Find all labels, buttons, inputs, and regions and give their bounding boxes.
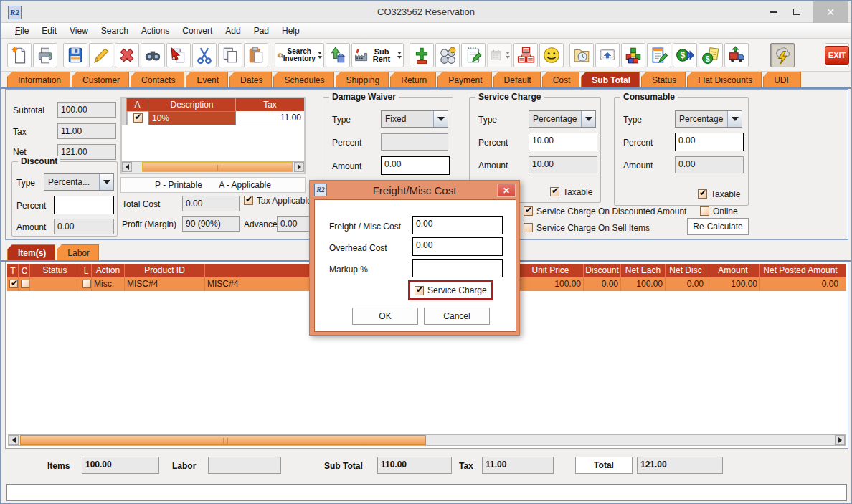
- copy-button[interactable]: [218, 43, 242, 67]
- tab-dates[interactable]: Dates: [229, 72, 272, 87]
- tax-row-description[interactable]: 10%: [148, 111, 236, 125]
- tab-return[interactable]: Return: [390, 72, 436, 87]
- sc-taxable-checkbox[interactable]: [550, 187, 559, 196]
- tab-shipping[interactable]: Shipping: [336, 72, 389, 87]
- tab-event[interactable]: Event: [186, 72, 228, 87]
- sub-rent-button[interactable]: Sub Rent: [351, 43, 404, 67]
- menu-file[interactable]: File: [9, 24, 35, 37]
- ok-button[interactable]: OK: [352, 308, 418, 325]
- tax-applicable-checkbox[interactable]: [244, 196, 253, 205]
- sc-percent-input[interactable]: 10.00: [529, 133, 597, 151]
- add-remove-button[interactable]: [410, 43, 434, 67]
- menu-pad[interactable]: Pad: [247, 24, 275, 37]
- scroll-thumb[interactable]: [20, 435, 426, 445]
- sc-on-discounted-checkbox[interactable]: [524, 206, 533, 216]
- dropdown-arrows-icon[interactable]: [397, 52, 402, 59]
- row-product-id[interactable]: MISC#4: [125, 277, 205, 291]
- online-checkbox[interactable]: [700, 206, 709, 216]
- online-option[interactable]: Online: [700, 206, 738, 217]
- tab-status[interactable]: Status: [641, 72, 686, 87]
- shipping-button[interactable]: [724, 43, 749, 67]
- row-net-disc[interactable]: 0.00: [666, 277, 706, 291]
- billing-button[interactable]: $: [699, 43, 723, 67]
- tax-applicable-checkbox[interactable]: [133, 113, 143, 123]
- dropdown-arrows-icon[interactable]: [318, 52, 322, 59]
- tab-flat-discounts[interactable]: Flat Discounts: [687, 72, 762, 87]
- col-net-posted-amount[interactable]: Net Posted Amount: [760, 264, 841, 277]
- edit-note-button[interactable]: [647, 43, 671, 67]
- cancel-button[interactable]: Cancel: [424, 308, 490, 325]
- smiley-button[interactable]: [539, 43, 564, 67]
- sc-on-sell-checkbox[interactable]: [524, 223, 533, 232]
- tax-row-value[interactable]: 11.00: [236, 111, 304, 125]
- new-document-button[interactable]: [7, 43, 32, 67]
- tax-grid-hscrollbar[interactable]: [122, 161, 304, 173]
- cons-percent-input[interactable]: 0.00: [675, 133, 744, 151]
- folder-history-button[interactable]: [569, 43, 594, 67]
- row-l-checkbox[interactable]: [82, 280, 91, 288]
- assemblies-button[interactable]: [621, 43, 645, 67]
- scroll-left-icon[interactable]: [122, 162, 132, 172]
- dialog-service-charge-checkbox[interactable]: [415, 286, 424, 295]
- col-t[interactable]: T: [7, 264, 19, 277]
- row-status[interactable]: [30, 277, 80, 291]
- row-amount[interactable]: 100.00: [706, 277, 760, 291]
- scroll-right-icon[interactable]: [835, 435, 845, 445]
- post-charges-button[interactable]: $: [673, 43, 697, 67]
- tax-grid-col-a[interactable]: A: [127, 98, 148, 111]
- items-hscrollbar[interactable]: [8, 434, 846, 446]
- freight-cost-input[interactable]: 0.00: [412, 216, 503, 234]
- sc-type-select[interactable]: Percentage: [529, 110, 596, 128]
- col-net-disc[interactable]: Net Disc: [666, 264, 706, 277]
- col-action[interactable]: Action: [92, 264, 125, 277]
- convert-button[interactable]: [326, 43, 350, 67]
- col-c[interactable]: C: [19, 264, 30, 277]
- tab-schedules[interactable]: Schedules: [273, 72, 333, 87]
- col-unit-price[interactable]: Unit Price: [518, 264, 584, 277]
- row-action[interactable]: Misc.: [92, 277, 125, 291]
- row-t-checkbox[interactable]: [9, 280, 18, 288]
- tab-default[interactable]: Default: [493, 72, 541, 87]
- group-button[interactable]: [435, 43, 460, 67]
- close-button[interactable]: ✕: [813, 1, 848, 23]
- notes-button[interactable]: [461, 43, 486, 67]
- edit-button[interactable]: [89, 43, 113, 67]
- cons-taxable-checkbox[interactable]: [698, 189, 707, 199]
- scroll-thumb[interactable]: [142, 162, 293, 172]
- row-discount[interactable]: 0.00: [584, 277, 621, 291]
- menu-view[interactable]: View: [63, 24, 95, 37]
- tab-items[interactable]: Item(s): [7, 244, 55, 260]
- dw-amount-input[interactable]: 0.00: [381, 156, 450, 175]
- menu-add[interactable]: Add: [219, 24, 247, 37]
- paste-button[interactable]: [244, 43, 268, 67]
- cons-taxable-option[interactable]: Taxable: [698, 189, 740, 199]
- find-button[interactable]: [141, 43, 165, 67]
- col-l[interactable]: L: [80, 264, 92, 277]
- print-button[interactable]: [33, 43, 57, 67]
- shortcut-key-button[interactable]: [595, 43, 620, 67]
- maximize-button[interactable]: [786, 1, 808, 23]
- tab-labor[interactable]: Labor: [57, 244, 99, 260]
- discount-percent-input[interactable]: [54, 196, 114, 214]
- dialog-close-button[interactable]: ✕: [497, 184, 516, 197]
- tax-grid-col-tax[interactable]: Tax: [236, 98, 304, 111]
- sc-taxable-option[interactable]: Taxable: [550, 187, 592, 197]
- sc-on-sell-option[interactable]: Service Charge On Sell Items: [524, 223, 650, 233]
- cut-button[interactable]: [192, 43, 217, 67]
- delete-button[interactable]: [115, 43, 139, 67]
- row-net-each[interactable]: 100.00: [621, 277, 666, 291]
- menu-actions[interactable]: Actions: [135, 24, 176, 37]
- col-amount[interactable]: Amount: [706, 264, 760, 277]
- tab-payment[interactable]: Payment: [437, 72, 491, 87]
- recalculate-button[interactable]: Re-Calculate: [687, 218, 749, 235]
- col-product-id[interactable]: Product ID: [125, 264, 205, 277]
- markup-input[interactable]: [412, 259, 503, 277]
- row-unit-price[interactable]: 100.00: [518, 277, 584, 291]
- tax-applicable-option[interactable]: Tax Applicable: [244, 196, 312, 206]
- sc-on-discounted-option[interactable]: Service Charge On Discounted Amount: [524, 206, 686, 217]
- tab-customer[interactable]: Customer: [72, 72, 129, 87]
- quick-actions-button[interactable]: [770, 43, 795, 67]
- tab-sub-total[interactable]: Sub Total: [581, 72, 640, 87]
- save-button[interactable]: [63, 43, 87, 67]
- search-inventory-button[interactable]: SearchInventory: [275, 43, 324, 67]
